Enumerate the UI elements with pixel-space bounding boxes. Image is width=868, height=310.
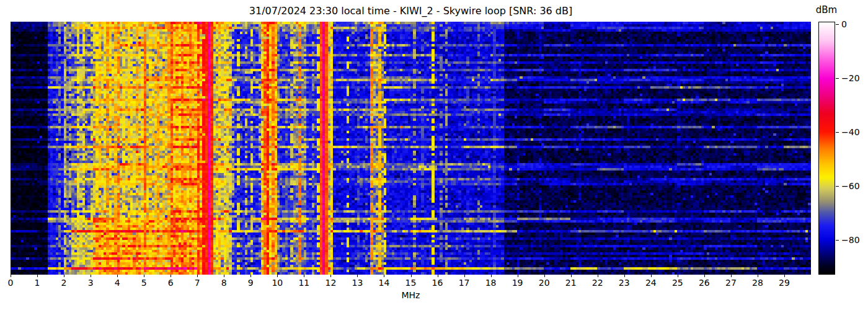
spectrogram-figure: 31/07/2024 23:30 local time - KIWI_2 - S… <box>0 0 868 310</box>
x-tick-label: 2 <box>61 278 67 288</box>
x-tick-label: 5 <box>141 278 147 288</box>
x-tick-label: 6 <box>168 278 174 288</box>
x-tick-label: 19 <box>512 278 523 288</box>
x-tick-label: 28 <box>752 278 763 288</box>
x-tick-label: 1 <box>35 278 40 288</box>
x-tick-label: 12 <box>325 278 336 288</box>
spectrogram-heatmap <box>11 22 811 275</box>
x-tick-label: 20 <box>539 278 550 288</box>
x-tick-mark <box>330 275 331 277</box>
x-tick-label: 18 <box>485 278 497 288</box>
x-tick-label: 3 <box>88 278 94 288</box>
colorbar-tick-mark <box>836 186 839 187</box>
x-tick-mark <box>37 275 38 277</box>
x-tick-label: 23 <box>619 278 630 288</box>
x-tick-label: 14 <box>379 278 390 288</box>
x-tick-mark <box>491 275 492 277</box>
x-tick-label: 4 <box>115 278 120 288</box>
x-tick-mark <box>518 275 518 277</box>
colorbar <box>818 22 835 275</box>
x-tick-mark <box>571 275 572 277</box>
x-tick-mark <box>411 275 412 277</box>
colorbar-tick-label: −40 <box>841 127 860 137</box>
x-tick-label: 13 <box>352 278 363 288</box>
x-tick-mark <box>250 275 251 277</box>
x-axis-label: MHz <box>11 290 811 300</box>
x-tick-mark <box>304 275 304 277</box>
x-tick-label: 25 <box>672 278 683 288</box>
colorbar-tick-label: 0 <box>841 19 847 29</box>
x-tick-label: 27 <box>725 278 737 288</box>
x-tick-label: 29 <box>779 278 790 288</box>
x-tick-mark <box>384 275 384 277</box>
x-tick-label: 15 <box>405 278 417 288</box>
x-tick-label: 21 <box>565 278 577 288</box>
x-tick-mark <box>464 275 465 277</box>
colorbar-tick-mark <box>836 24 839 25</box>
colorbar-unit-label: dBm <box>813 4 840 16</box>
x-tick-label: 7 <box>195 278 200 288</box>
x-tick-label: 22 <box>592 278 603 288</box>
colorbar-tick-mark <box>836 240 839 241</box>
x-tick-label: 17 <box>459 278 470 288</box>
x-tick-mark <box>170 275 171 277</box>
x-tick-mark <box>651 275 652 277</box>
x-tick-mark <box>784 275 785 277</box>
x-tick-mark <box>731 275 732 277</box>
x-tick-mark <box>438 275 438 277</box>
x-tick-mark <box>624 275 625 277</box>
chart-title: 31/07/2024 23:30 local time - KIWI_2 - S… <box>11 5 811 17</box>
x-tick-label: 26 <box>699 278 710 288</box>
x-tick-mark <box>357 275 358 277</box>
x-tick-mark <box>11 275 11 277</box>
colorbar-tick-label: −80 <box>841 234 860 244</box>
x-tick-mark <box>678 275 678 277</box>
x-tick-mark <box>758 275 758 277</box>
x-tick-mark <box>91 275 91 277</box>
x-tick-label: 8 <box>221 278 227 288</box>
colorbar-tick-label: −20 <box>841 73 860 83</box>
colorbar-tick-mark <box>836 78 839 79</box>
x-tick-mark <box>64 275 64 277</box>
x-tick-mark <box>277 275 278 277</box>
x-tick-mark <box>117 275 118 277</box>
x-tick-mark <box>704 275 705 277</box>
x-tick-mark <box>224 275 224 277</box>
x-tick-mark <box>197 275 198 277</box>
colorbar-tick-mark <box>836 132 839 133</box>
x-tick-label: 10 <box>272 278 283 288</box>
x-tick-label: 0 <box>8 278 14 288</box>
x-tick-label: 16 <box>432 278 443 288</box>
x-tick-label: 11 <box>298 278 309 288</box>
x-tick-mark <box>544 275 545 277</box>
x-tick-label: 9 <box>248 278 254 288</box>
colorbar-tick-label: −60 <box>841 180 860 190</box>
x-tick-mark <box>598 275 598 277</box>
x-tick-label: 24 <box>645 278 657 288</box>
x-tick-mark <box>144 275 144 277</box>
